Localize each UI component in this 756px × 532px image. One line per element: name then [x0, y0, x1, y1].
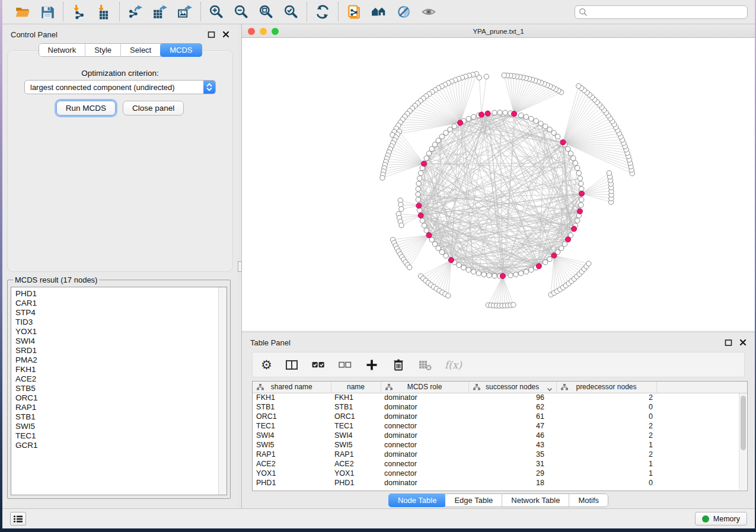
cell-shared-name[interactable]: RAP1: [253, 450, 331, 459]
share-document-button[interactable]: [345, 3, 363, 21]
cell-name[interactable]: SWI4: [331, 431, 381, 440]
tab-mcds[interactable]: MCDS: [160, 43, 202, 57]
node-table[interactable]: shared namenameMCDS rolesuccessor nodesp…: [253, 382, 747, 488]
cell-name[interactable]: TEC1: [331, 421, 381, 431]
table-row[interactable]: TEC1TEC1connector472: [253, 421, 747, 431]
mcds-result-item[interactable]: GCR1: [15, 441, 218, 450]
cell-predecessor-nodes[interactable]: 2: [556, 421, 656, 431]
cell-shared-name[interactable]: YOX1: [253, 469, 331, 478]
cell-name[interactable]: YOX1: [331, 469, 381, 478]
close-panel-button[interactable]: Close panel: [123, 101, 184, 116]
optimization-criterion-select[interactable]: largest connected component (undirected): [24, 80, 216, 94]
cell-mcds-role[interactable]: dominator: [381, 402, 468, 412]
mcds-result-item[interactable]: YOX1: [15, 327, 218, 336]
table-tab-node-table[interactable]: Node Table: [388, 493, 446, 507]
column-header-predecessor-nodes[interactable]: predecessor nodes: [556, 382, 656, 393]
cell-successor-nodes[interactable]: 61: [468, 412, 556, 421]
cell-shared-name[interactable]: SWI5: [253, 440, 331, 450]
table-row[interactable]: PHD1PHD1dominator180: [253, 478, 747, 488]
mcds-result-item[interactable]: FKH1: [15, 365, 218, 374]
cell-predecessor-nodes[interactable]: 2: [556, 431, 656, 440]
cell-mcds-role[interactable]: connector: [381, 469, 468, 478]
mcds-result-list[interactable]: PHD1CAR1STP4TID3YOX1SWI4SRD1PMA2FKH1ACE2…: [11, 287, 218, 495]
table-row[interactable]: FKH1FKH1dominator962: [253, 393, 747, 402]
cell-shared-name[interactable]: STB1: [253, 402, 331, 412]
cell-predecessor-nodes[interactable]: 0: [556, 412, 656, 421]
mcds-result-item[interactable]: ORC1: [15, 393, 218, 403]
splitter-handle[interactable]: [238, 261, 242, 272]
cell-mcds-role[interactable]: dominator: [381, 412, 468, 421]
table-tab-edge-table[interactable]: Edge Table: [445, 494, 502, 507]
table-row[interactable]: ACE2ACE2connector311: [253, 459, 747, 469]
mcds-list-scrollbar[interactable]: [218, 287, 227, 495]
memory-button[interactable]: Memory: [695, 512, 747, 525]
tab-select[interactable]: Select: [121, 44, 161, 56]
home-overview-button[interactable]: [370, 3, 388, 21]
cell-successor-nodes[interactable]: 62: [468, 402, 556, 412]
cell-successor-nodes[interactable]: 18: [468, 478, 556, 488]
cell-name[interactable]: PHD1: [331, 478, 381, 488]
mcds-result-item[interactable]: SWI5: [15, 422, 218, 431]
close-panel-icon[interactable]: [739, 339, 747, 346]
table-tab-network-table[interactable]: Network Table: [502, 494, 569, 507]
cell-name[interactable]: ORC1: [331, 412, 381, 421]
search-input[interactable]: [588, 8, 744, 16]
tab-style[interactable]: Style: [85, 44, 121, 56]
cell-mcds-role[interactable]: connector: [381, 421, 468, 431]
select-all-button[interactable]: [311, 356, 326, 374]
cell-mcds-role[interactable]: connector: [381, 459, 468, 469]
cell-successor-nodes[interactable]: 31: [468, 459, 556, 469]
column-header-MCDS-role[interactable]: MCDS role: [381, 382, 468, 393]
deselect-all-button[interactable]: [338, 356, 352, 374]
run-mcds-button[interactable]: Run MCDS: [56, 101, 116, 116]
table-row[interactable]: STB1STB1dominator620: [253, 402, 747, 412]
float-panel-icon[interactable]: [208, 31, 215, 39]
cell-predecessor-nodes[interactable]: 1: [556, 459, 656, 469]
zoom-fit-button[interactable]: [257, 3, 275, 21]
zoom-out-button[interactable]: [232, 3, 250, 21]
cell-mcds-role[interactable]: dominator: [381, 450, 468, 459]
search-field[interactable]: [575, 5, 748, 19]
mcds-result-item[interactable]: PMA2: [15, 355, 218, 365]
float-panel-icon[interactable]: [725, 339, 732, 347]
cell-shared-name[interactable]: ORC1: [253, 412, 331, 421]
network-graph[interactable]: [242, 38, 755, 331]
panel-splitter[interactable]: [238, 24, 242, 508]
add-column-button[interactable]: [365, 356, 379, 374]
cell-predecessor-nodes[interactable]: 0: [556, 478, 656, 488]
mcds-result-item[interactable]: STB5: [15, 384, 218, 393]
table-tab-motifs[interactable]: Motifs: [569, 494, 608, 507]
cell-successor-nodes[interactable]: 46: [468, 431, 556, 440]
zoom-selected-button[interactable]: [282, 3, 300, 21]
cell-successor-nodes[interactable]: 96: [468, 393, 556, 402]
table-settings-button[interactable]: ⚙: [261, 356, 272, 374]
delete-column-button[interactable]: [391, 356, 406, 374]
close-panel-icon[interactable]: [222, 31, 229, 38]
cell-mcds-role[interactable]: dominator: [381, 478, 468, 488]
cell-successor-nodes[interactable]: 35: [468, 450, 556, 459]
cell-predecessor-nodes[interactable]: 2: [556, 393, 656, 402]
cell-shared-name[interactable]: TEC1: [253, 421, 331, 431]
export-image-button[interactable]: [176, 3, 194, 21]
cell-successor-nodes[interactable]: 29: [468, 469, 556, 478]
cell-shared-name[interactable]: PHD1: [253, 478, 331, 488]
delete-table-button[interactable]: [418, 356, 432, 374]
mcds-result-item[interactable]: TID3: [15, 318, 218, 327]
column-header-successor-nodes[interactable]: successor nodes: [468, 382, 556, 393]
cell-predecessor-nodes[interactable]: 0: [556, 402, 656, 412]
cell-successor-nodes[interactable]: 43: [468, 440, 556, 450]
cell-shared-name[interactable]: SWI4: [253, 431, 331, 440]
table-scrollbar-thumb[interactable]: [741, 396, 746, 450]
column-header-name[interactable]: name: [331, 382, 381, 393]
cell-name[interactable]: FKH1: [331, 393, 381, 402]
cell-name[interactable]: RAP1: [331, 450, 381, 459]
import-table-button[interactable]: [95, 3, 113, 21]
import-network-button[interactable]: [70, 3, 88, 21]
mcds-result-item[interactable]: PHD1: [15, 289, 218, 299]
zoom-in-button[interactable]: [208, 3, 225, 21]
network-canvas[interactable]: [242, 38, 755, 331]
task-history-button[interactable]: [10, 512, 26, 525]
cell-name[interactable]: ACE2: [331, 459, 381, 469]
cell-shared-name[interactable]: ACE2: [253, 459, 331, 469]
column-header-shared-name[interactable]: shared name: [253, 382, 331, 393]
